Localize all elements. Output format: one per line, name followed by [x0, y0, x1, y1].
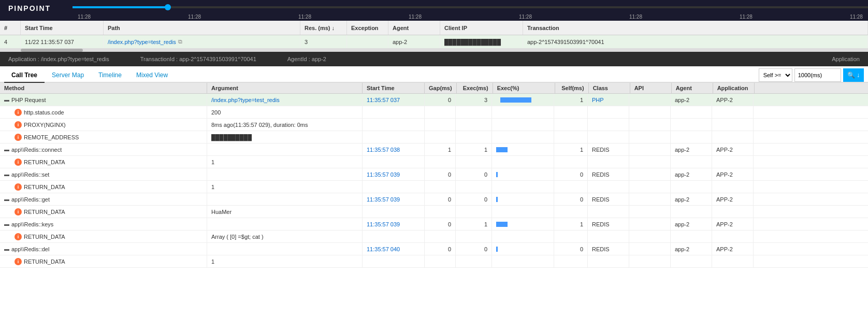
- method-name-redis-connect: app\\Redis::connect: [11, 147, 62, 153]
- ct-arg-return-del: 1: [207, 255, 363, 267]
- ct-gap-redis-get: 0: [425, 193, 456, 205]
- cell-transaction: app-2^1574391503991^70041: [523, 35, 868, 48]
- ct-self-redis-del: 0: [554, 243, 588, 255]
- tab-call-tree[interactable]: Call Tree: [4, 68, 45, 83]
- ct-execpct-redis-get: [492, 193, 554, 205]
- tab-mixed-view[interactable]: Mixed View: [129, 68, 175, 83]
- info-bar: Application : /index.php?type=test_redis…: [0, 52, 868, 66]
- method-name-return-get: RETURN_DATA: [24, 209, 65, 215]
- exec-bar: [500, 97, 531, 103]
- ct-start-redis-get: 11:35:57 039: [363, 193, 425, 205]
- method-name-redis-set: app\\Redis::set: [11, 171, 49, 178]
- expand-icon-del[interactable]: ▬: [4, 246, 9, 252]
- ct-row-php-request[interactable]: ▬ PHP Request /index.php?type=test_redis…: [0, 94, 868, 106]
- cell-client-ip: ██████████████: [440, 35, 523, 48]
- col-transaction: Transaction: [523, 21, 868, 35]
- ct-row-redis-connect[interactable]: ▬ app\\Redis::connect 11:35:57 038 1 1 1…: [0, 143, 868, 156]
- ct-exec-redis-connect: 1: [456, 143, 492, 155]
- copy-icon[interactable]: ⧉: [178, 38, 182, 45]
- ct-api-redis-set: [629, 168, 671, 180]
- timeline-bar: PINPOINT 11:28 11:28 11:28 11:28 11:28 1…: [0, 0, 868, 21]
- ct-start-redis-keys: 11:35:57 039: [363, 218, 425, 230]
- ct-api-redis-keys: [629, 218, 671, 230]
- tl-label-8: 11:28: [850, 14, 863, 20]
- ct-agent-redis-del: app-2: [671, 243, 712, 255]
- expand-icon-get[interactable]: ▬: [4, 196, 9, 202]
- ct-agent-redis-get: app-2: [671, 193, 712, 205]
- ct-method-proxy: i PROXY(NGINX): [0, 119, 207, 131]
- ct-exec-redis-set: 0: [456, 168, 492, 180]
- ct-agent-php-request: app-2: [671, 94, 712, 106]
- filter-input[interactable]: 1000(ms): [794, 68, 841, 82]
- cell-agent: app-2: [388, 35, 440, 48]
- ct-gap-php-request: 0: [425, 94, 456, 106]
- ct-exec-redis-keys: 1: [456, 218, 492, 230]
- method-name-return-connect: RETURN_DATA: [24, 159, 65, 165]
- table-row[interactable]: 4 11/22 11:35:57 037 /index.php?type=tes…: [0, 35, 868, 49]
- expand-icon-connect[interactable]: ▬: [4, 147, 9, 152]
- method-name-php-request: PHP Request: [11, 97, 46, 103]
- ct-agent-redis-keys: app-2: [671, 218, 712, 230]
- ct-class-php-request: PHP: [588, 94, 629, 106]
- timeline-track[interactable]: [73, 6, 868, 8]
- ct-arg-return-set: 1: [207, 181, 363, 193]
- cth-method: Method: [0, 83, 207, 93]
- ct-method-return-set: i RETURN_DATA: [0, 181, 207, 193]
- cell-start-time: 11/22 11:35:57 037: [21, 35, 104, 48]
- ct-class-redis-connect: REDIS: [588, 143, 629, 155]
- ct-execpct-php-request: [492, 94, 554, 106]
- ct-execpct-redis-del: [492, 243, 554, 255]
- ct-row-redis-keys[interactable]: ▬ app\\Redis::keys 11:35:57 039 0 1 1 RE…: [0, 218, 868, 231]
- ct-start-php-request: 11:35:57 037: [363, 94, 425, 106]
- filter-select[interactable]: Self >= Self <=: [759, 68, 792, 82]
- ct-start-redis-del: 11:35:57 040: [363, 243, 425, 255]
- ct-method-return-keys: i RETURN_DATA: [0, 231, 207, 242]
- ct-arg-redis-keys: [207, 218, 363, 230]
- ct-row-redis-del[interactable]: ▬ app\\Redis::del 11:35:57 040 0 0 0 RED…: [0, 243, 868, 255]
- scrollbar-thumb[interactable]: [21, 49, 83, 52]
- ct-arg-return-connect: 1: [207, 156, 363, 168]
- scrollbar[interactable]: [0, 49, 868, 52]
- ct-arg-return-get: HuaMer: [207, 206, 363, 218]
- ct-arg-proxy: 8ms ago(11:35:57 029), duration: 0ms: [207, 119, 363, 131]
- ct-exec-php-request: 3: [456, 94, 492, 106]
- ct-class-redis-set: REDIS: [588, 168, 629, 180]
- timeline-handle[interactable]: [165, 4, 171, 10]
- tl-label-1: 11:28: [78, 14, 91, 20]
- call-tree-table: Method Argument Start Time Gap(ms) Exec(…: [0, 83, 868, 268]
- tab-server-map[interactable]: Server Map: [45, 68, 91, 83]
- ct-self-php-request: 1: [554, 94, 588, 106]
- expand-icon-keys[interactable]: ▬: [4, 221, 9, 227]
- ct-app-php-request: APP-2: [712, 94, 754, 106]
- info-transaction: TransactionId : app-2^1574391503991^7004…: [140, 56, 256, 62]
- ct-row-http-status: i http.status.code 200: [0, 106, 868, 119]
- ct-arg-redis-connect: [207, 143, 363, 155]
- method-name-proxy: PROXY(NGINX): [24, 122, 66, 128]
- ct-method-http-status: i http.status.code: [0, 106, 207, 118]
- ct-method-redis-keys: ▬ app\\Redis::keys: [0, 218, 207, 230]
- ct-row-redis-set[interactable]: ▬ app\\Redis::set 11:35:57 039 0 0 0 RED…: [0, 168, 868, 181]
- info-icon-return-keys: i: [15, 233, 22, 240]
- info-icon-return-del: i: [15, 258, 22, 265]
- ct-row-return-get: i RETURN_DATA HuaMer: [0, 206, 868, 218]
- arg-link[interactable]: /index.php?type=test_redis: [211, 97, 280, 103]
- method-name-redis-keys: app\\Redis::keys: [11, 221, 53, 227]
- ct-execpct-redis-keys: [492, 218, 554, 230]
- cth-self: Self(ms): [555, 83, 589, 93]
- ct-row-redis-get[interactable]: ▬ app\\Redis::get 11:35:57 039 0 0 0 RED…: [0, 193, 868, 206]
- cth-argument: Argument: [207, 83, 363, 93]
- path-link[interactable]: /index.php?type=test_redis: [108, 39, 176, 45]
- filter-search-button[interactable]: 🔍 ↓: [843, 68, 864, 82]
- ct-method-redis-get: ▬ app\\Redis::get: [0, 193, 207, 205]
- tab-timeline[interactable]: Timeline: [91, 68, 129, 83]
- ct-row-remote-addr: i REMOTE_ADDRESS ██████████: [0, 131, 868, 143]
- expand-icon[interactable]: ▬: [4, 97, 9, 103]
- ct-app-redis-connect: APP-2: [712, 143, 754, 155]
- timeline-progress: [73, 6, 168, 8]
- cth-api: API: [630, 83, 672, 93]
- expand-icon-set[interactable]: ▬: [4, 171, 9, 177]
- call-tree-header: Method Argument Start Time Gap(ms) Exec(…: [0, 83, 868, 94]
- ct-self-redis-get: 0: [554, 193, 588, 205]
- cth-start-time: Start Time: [363, 83, 425, 93]
- ct-api-redis-del: [629, 243, 671, 255]
